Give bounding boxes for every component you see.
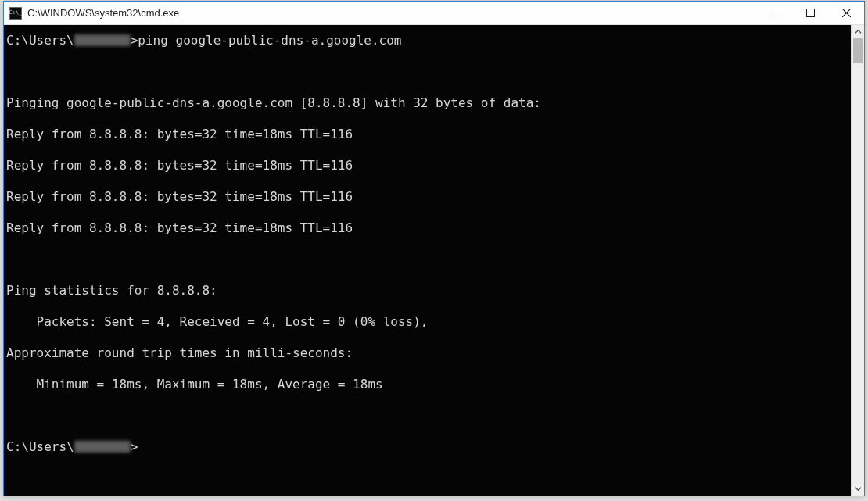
minmax-line: Minimum = 18ms, Maximum = 18ms, Average … bbox=[6, 377, 845, 392]
cmd-icon bbox=[9, 7, 22, 20]
maximize-icon bbox=[806, 9, 815, 17]
minimize-button[interactable] bbox=[756, 2, 792, 24]
terminal-output[interactable]: C:\Users\>ping google-public-dns-a.googl… bbox=[4, 25, 851, 496]
redacted-username bbox=[74, 441, 131, 453]
close-button[interactable] bbox=[828, 2, 864, 24]
cmd-window: C:\WINDOWS\system32\cmd.exe C:\Users\>pi… bbox=[3, 1, 865, 496]
packets-line: Packets: Sent = 4, Received = 4, Lost = … bbox=[6, 314, 845, 330]
approx-line: Approximate round trip times in milli-se… bbox=[6, 345, 845, 361]
redacted-username bbox=[74, 34, 131, 46]
stats-header: Ping statistics for 8.8.8.8: bbox=[6, 283, 845, 299]
blank-line bbox=[6, 64, 845, 80]
prompt-line-idle: C:\Users\> bbox=[6, 439, 845, 455]
chevron-up-icon bbox=[855, 28, 862, 35]
scroll-up-button[interactable] bbox=[852, 25, 864, 38]
blank-line bbox=[6, 252, 845, 267]
reply-line-3: Reply from 8.8.8.8: bytes=32 time=18ms T… bbox=[6, 189, 845, 205]
prompt-prefix: C:\Users\ bbox=[6, 439, 74, 454]
pinging-line: Pinging google-public-dns-a.google.com [… bbox=[6, 95, 845, 111]
scrollbar-thumb[interactable] bbox=[853, 38, 863, 63]
prompt-suffix: > bbox=[131, 439, 138, 454]
reply-line-2: Reply from 8.8.8.8: bytes=32 time=18ms T… bbox=[6, 158, 845, 174]
svg-rect-0 bbox=[806, 9, 814, 17]
reply-line-4: Reply from 8.8.8.8: bytes=32 time=18ms T… bbox=[6, 220, 845, 236]
window-controls bbox=[756, 2, 864, 24]
prompt-prefix: C:\Users\ bbox=[6, 33, 74, 48]
prompt-suffix: > bbox=[131, 33, 138, 48]
titlebar[interactable]: C:\WINDOWS\system32\cmd.exe bbox=[4, 2, 864, 25]
maximize-button[interactable] bbox=[792, 2, 828, 24]
entered-command: ping google-public-dns-a.google.com bbox=[138, 33, 401, 48]
window-title: C:\WINDOWS\system32\cmd.exe bbox=[27, 7, 756, 19]
scroll-down-button[interactable] bbox=[852, 482, 864, 496]
scrollbar-track[interactable] bbox=[852, 38, 864, 482]
reply-line-1: Reply from 8.8.8.8: bytes=32 time=18ms T… bbox=[6, 127, 845, 142]
minimize-icon bbox=[770, 9, 779, 17]
close-icon bbox=[842, 9, 851, 17]
prompt-line: C:\Users\>ping google-public-dns-a.googl… bbox=[6, 33, 845, 48]
blank-line bbox=[6, 408, 845, 424]
window-body: C:\Users\>ping google-public-dns-a.googl… bbox=[4, 25, 864, 496]
vertical-scrollbar[interactable] bbox=[851, 25, 864, 496]
chevron-down-icon bbox=[855, 485, 862, 492]
